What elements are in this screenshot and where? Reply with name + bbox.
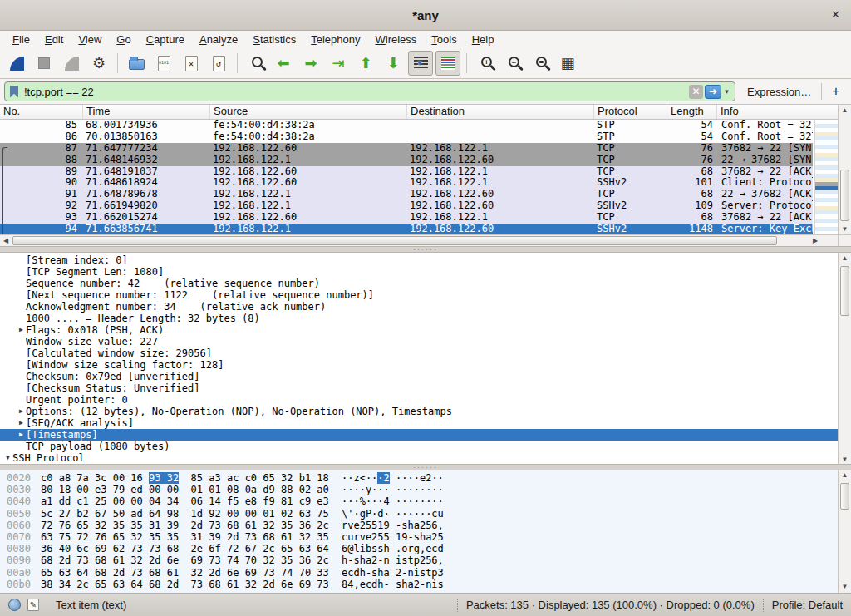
- detail-line[interactable]: Checksum: 0x79ed [unverified]: [0, 371, 838, 382]
- column-header-destination[interactable]: Destination: [407, 105, 594, 119]
- stop-capture-button[interactable]: [32, 51, 57, 76]
- start-capture-button[interactable]: [4, 51, 29, 76]
- hex-bytes[interactable]: 72 76 65 32 35 35 31 39 2d 73 68 61 32 3…: [41, 520, 330, 531]
- scrollbar-thumb[interactable]: [840, 483, 849, 510]
- hex-bytes[interactable]: c0 a8 7a 3c 00 16 93 32 85 a3 ac c0 65 3…: [41, 472, 330, 484]
- scrollbar-thumb[interactable]: [840, 266, 849, 316]
- filter-clear-button[interactable]: ✕: [689, 85, 703, 99]
- detail-line[interactable]: ▶[Timestamps]: [0, 429, 838, 441]
- detail-line[interactable]: [Checksum Status: Unverified]: [0, 382, 838, 394]
- hex-row[interactable]: 0020c0 a8 7a 3c 00 16 93 32 85 a3 ac c0 …: [0, 472, 838, 484]
- hex-ascii[interactable]: rve25519 -sha256,: [342, 520, 444, 531]
- go-to-packet-button[interactable]: ⇥: [326, 51, 351, 76]
- expand-icon[interactable]: ▶: [17, 429, 26, 441]
- detail-line[interactable]: [Window size scaling factor: 128]: [0, 359, 838, 371]
- menu-file[interactable]: File: [5, 32, 37, 47]
- save-capture-button[interactable]: 0101: [151, 51, 176, 76]
- open-capture-button[interactable]: [124, 51, 149, 76]
- hex-ascii[interactable]: 6@libssh .org,ecd: [342, 543, 444, 554]
- hex-row[interactable]: 007063 75 72 76 65 32 35 35 31 39 2d 73 …: [0, 531, 838, 543]
- capture-comment-icon[interactable]: ✎: [27, 599, 39, 611]
- zoom-out-button[interactable]: −: [500, 51, 525, 76]
- menu-edit[interactable]: Edit: [37, 32, 71, 47]
- hex-row[interactable]: 00b038 34 2c 65 63 64 68 2d 73 68 61 32 …: [0, 579, 838, 590]
- menu-help[interactable]: Help: [465, 32, 502, 47]
- expand-icon[interactable]: ▶: [17, 324, 26, 336]
- hex-row[interactable]: 003080 18 00 e3 79 ed 00 00 01 01 08 0a …: [0, 484, 838, 495]
- close-capture-button[interactable]: ✕: [179, 51, 204, 76]
- hex-ascii[interactable]: ··z<···2 ····e2··: [342, 472, 444, 484]
- expand-icon[interactable]: ▶: [17, 417, 26, 429]
- packet-list-hscrollbar[interactable]: ◀ ▶: [0, 234, 838, 246]
- detail-line[interactable]: Urgent pointer: 0: [0, 394, 838, 406]
- hex-ascii[interactable]: ···%···4 ········: [342, 495, 444, 507]
- detail-line[interactable]: Acknowledgment number: 34 (relative ack …: [0, 301, 838, 313]
- zoom-reset-button[interactable]: =: [528, 51, 553, 76]
- resize-columns-button[interactable]: ▦: [555, 51, 580, 76]
- detail-line[interactable]: ▶SSH Version 2 (encryption:chacha20-poly…: [0, 464, 838, 465]
- column-header-protocol[interactable]: Protocol: [594, 105, 667, 119]
- column-header-info[interactable]: Info: [717, 105, 838, 119]
- detail-line[interactable]: [Stream index: 0]: [0, 254, 838, 266]
- detail-line[interactable]: 1000 .... = Header Length: 32 bytes (8): [0, 313, 838, 324]
- detail-line[interactable]: [Calculated window size: 29056]: [0, 347, 838, 359]
- scroll-up-arrow-icon[interactable]: ▲: [839, 253, 851, 264]
- collapse-icon[interactable]: ▼: [3, 452, 12, 464]
- menu-telephony[interactable]: Telephony: [303, 32, 367, 47]
- hex-row[interactable]: 0040a1 dd c1 25 00 00 04 34 06 14 f5 e8 …: [0, 495, 838, 507]
- hex-ascii[interactable]: curve255 19-sha25: [342, 531, 444, 543]
- reload-capture-button[interactable]: ↺: [206, 51, 231, 76]
- packet-row[interactable]: 8670.013850163fe:54:00:d4:38:2aSTP54Conf…: [0, 131, 813, 143]
- menu-capture[interactable]: Capture: [139, 32, 192, 47]
- detail-line[interactable]: [TCP Segment Len: 1080]: [0, 266, 838, 278]
- close-window-button[interactable]: ✕: [831, 8, 840, 21]
- zoom-in-button[interactable]: +: [473, 51, 498, 76]
- packet-list-vscrollbar[interactable]: ▲ ▼: [838, 105, 851, 235]
- hex-ascii[interactable]: ····y··· ········: [342, 484, 444, 495]
- hex-bytes[interactable]: 65 63 64 68 2d 73 68 61 32 2d 6e 69 73 7…: [41, 567, 330, 579]
- packet-row[interactable]: 9071.648618924192.168.122.60192.168.122.…: [0, 177, 813, 189]
- hex-row[interactable]: 008036 40 6c 69 62 73 73 68 2e 6f 72 67 …: [0, 543, 838, 554]
- menu-statistics[interactable]: Statistics: [245, 32, 303, 47]
- scroll-up-arrow-icon[interactable]: ▲: [839, 470, 851, 481]
- go-back-button[interactable]: ⬅: [271, 51, 296, 76]
- bytes-vscrollbar[interactable]: ▲ ▼: [838, 470, 851, 593]
- go-forward-button[interactable]: ➡: [298, 51, 323, 76]
- menu-go[interactable]: Go: [109, 32, 138, 47]
- column-header-source[interactable]: Source: [210, 105, 407, 119]
- hex-bytes[interactable]: 38 34 2c 65 63 64 68 2d 73 68 61 32 2d 6…: [41, 579, 330, 590]
- filter-apply-button[interactable]: ➜: [705, 85, 721, 99]
- hex-row[interactable]: 006072 76 65 32 35 35 31 39 2d 73 68 61 …: [0, 520, 838, 531]
- scrollbar-thumb[interactable]: [840, 170, 849, 221]
- packet-row[interactable]: 8771.647777234192.168.122.60192.168.122.…: [0, 143, 813, 155]
- detail-line[interactable]: [Next sequence number: 1122 (relative se…: [0, 289, 838, 301]
- packet-row[interactable]: 8971.648191037192.168.122.60192.168.122.…: [0, 166, 813, 178]
- packet-row[interactable]: 9471.663856741192.168.122.1192.168.122.6…: [0, 224, 813, 235]
- detail-line[interactable]: ▶Flags: 0x018 (PSH, ACK): [0, 324, 838, 336]
- colorize-button[interactable]: [435, 51, 460, 76]
- go-first-button[interactable]: ⬆: [353, 51, 378, 76]
- expand-icon[interactable]: ▶: [17, 406, 26, 417]
- scroll-right-arrow-icon[interactable]: ▶: [809, 235, 821, 246]
- packet-row[interactable]: 8568.001734936fe:54:00:d4:38:2aSTP54Conf…: [0, 120, 813, 131]
- packet-row[interactable]: 9371.662015274192.168.122.60192.168.122.…: [0, 212, 813, 224]
- find-packet-button[interactable]: [243, 51, 268, 76]
- intelligent-scrollbar-minimap[interactable]: [814, 120, 838, 235]
- hex-ascii[interactable]: ecdh-sha 2-nistp3: [342, 567, 444, 579]
- hex-bytes[interactable]: 36 40 6c 69 62 73 73 68 2e 6f 72 67 2c 6…: [41, 543, 330, 554]
- scroll-down-arrow-icon[interactable]: ▼: [839, 454, 851, 465]
- add-filter-button[interactable]: +: [821, 83, 839, 100]
- hex-bytes[interactable]: a1 dd c1 25 00 00 04 34 06 14 f5 e8 f9 8…: [41, 495, 330, 507]
- detail-line[interactable]: Window size value: 227: [0, 336, 838, 347]
- column-header-length[interactable]: Length: [667, 105, 717, 119]
- hex-row[interactable]: 00505c 27 b2 67 50 ad 64 98 1d 92 00 00 …: [0, 508, 838, 520]
- hex-ascii[interactable]: \'·gP·d· ······cu: [342, 508, 444, 520]
- hex-row[interactable]: 00a065 63 64 68 2d 73 68 61 32 2d 6e 69 …: [0, 567, 838, 579]
- menu-analyze[interactable]: Analyze: [192, 32, 245, 47]
- menu-wireless[interactable]: Wireless: [368, 32, 425, 47]
- hex-ascii[interactable]: h-sha2-n istp256,: [342, 554, 444, 566]
- scroll-left-arrow-icon[interactable]: ◀: [0, 235, 12, 246]
- detail-line[interactable]: ▶[SEQ/ACK analysis]: [0, 417, 838, 429]
- expression-button[interactable]: Expression…: [747, 86, 811, 98]
- details-vscrollbar[interactable]: ▲ ▼: [838, 253, 851, 465]
